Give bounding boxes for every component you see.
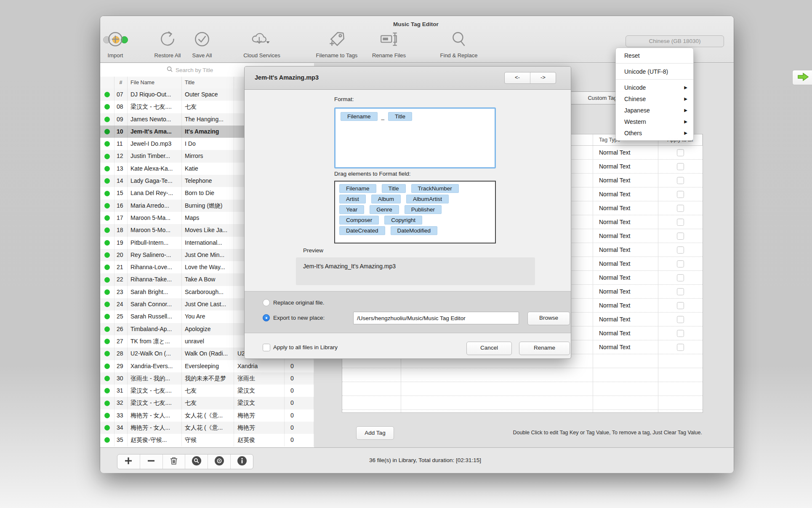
- status-dot-icon: [104, 339, 110, 344]
- column-status: [100, 77, 114, 88]
- delete-button[interactable]: [162, 455, 185, 469]
- search-icon: [167, 66, 173, 74]
- toolbar-restore-all-button[interactable]: Restore All: [146, 29, 189, 59]
- library-status-text: 36 file(s) in Library, Total duration: […: [278, 457, 572, 463]
- tag-row-empty[interactable]: [342, 410, 703, 413]
- drag-chip-tracknumber[interactable]: TrackNumber: [411, 184, 459, 193]
- status-dot-icon: [104, 252, 110, 258]
- menu-item-western[interactable]: Western▶: [616, 116, 693, 127]
- menu-item-others[interactable]: Others▶: [616, 127, 693, 139]
- apply-to-all-checkbox[interactable]: [677, 288, 684, 295]
- drag-chip-composer[interactable]: Composer: [339, 216, 379, 225]
- rename-button[interactable]: Rename: [519, 342, 570, 355]
- toolbar-find-replace-button[interactable]: Find & Replace: [438, 29, 480, 59]
- apply-to-all-checkbox[interactable]: [677, 316, 684, 323]
- format-chip-title[interactable]: Title: [388, 112, 412, 121]
- drag-chip-filename[interactable]: Filename: [339, 184, 376, 193]
- apply-encoding-button[interactable]: [792, 70, 812, 85]
- toolbar-import-button[interactable]: Import: [92, 29, 139, 59]
- submenu-arrow-icon: ▶: [684, 108, 687, 112]
- drag-chip-genre[interactable]: Genre: [370, 205, 399, 214]
- status-dot-icon: [104, 401, 110, 406]
- apply-to-all-checkbox[interactable]: [677, 163, 684, 170]
- apply-to-all-checkbox[interactable]: [677, 344, 684, 351]
- export-path-input[interactable]: [353, 312, 519, 324]
- menu-item-unicode-utf-8-[interactable]: Unicode (UTF-8): [616, 66, 693, 77]
- file-row-30[interactable]: 30张雨生 - 我的...我的未来不是梦张雨生0: [100, 372, 314, 385]
- file-row-35[interactable]: 35赵英俊-守候...守候赵英俊0: [100, 434, 314, 446]
- tag-row-empty[interactable]: [342, 368, 703, 382]
- menu-item-chinese[interactable]: Chinese▶: [616, 93, 693, 104]
- drag-chip-year[interactable]: Year: [339, 205, 364, 214]
- drag-chip-artist[interactable]: Artist: [339, 195, 366, 203]
- file-row-32[interactable]: 32梁汉文 - 七友....七友梁汉文0: [100, 397, 314, 409]
- status-dot-icon: [104, 376, 110, 381]
- tag-row-empty[interactable]: [342, 382, 703, 396]
- add-tag-button[interactable]: Add Tag: [356, 426, 394, 440]
- export-new-place-label: Export to new place:: [273, 315, 325, 321]
- menu-item-japanese[interactable]: Japanese▶: [616, 104, 693, 116]
- apply-all-files-checkbox[interactable]: [263, 344, 270, 351]
- drag-chip-album[interactable]: Album: [371, 195, 401, 203]
- drag-chip-datecreated[interactable]: DateCreated: [339, 226, 385, 235]
- toolbar-rename-files-button[interactable]: Rename Files: [368, 29, 410, 59]
- next-file-button[interactable]: ->: [530, 72, 556, 83]
- file-row-31[interactable]: 31梁汉文 - 七友....七友梁汉文0: [100, 385, 314, 397]
- status-dot-icon: [104, 117, 110, 122]
- format-chip-filename[interactable]: Filename: [341, 112, 378, 121]
- toolbar-filename-to-tags-button[interactable]: Filename to Tags: [311, 29, 363, 59]
- apply-to-all-checkbox[interactable]: [677, 205, 684, 212]
- drag-chip-datemodified[interactable]: DateModified: [391, 226, 438, 235]
- apply-to-all-checkbox[interactable]: [677, 246, 684, 254]
- apply-to-all-checkbox[interactable]: [677, 330, 684, 337]
- rename-icon: [368, 29, 410, 51]
- apply-to-all-checkbox[interactable]: [677, 191, 684, 198]
- previous-file-button[interactable]: <-: [505, 72, 530, 83]
- preview-button[interactable]: [208, 455, 230, 469]
- column-title[interactable]: Title: [182, 77, 234, 88]
- file-row-33[interactable]: 33梅艳芳 - 女人...女人花 (《意...梅艳芳0: [100, 409, 314, 422]
- status-dot-icon: [104, 240, 110, 246]
- drag-chip-title[interactable]: Title: [382, 184, 406, 193]
- drag-chip-copyright[interactable]: Copyright: [384, 216, 422, 225]
- encoding-menu: ResetUnicode (UTF-8)Unicode▶Chinese▶Japa…: [615, 48, 694, 141]
- info-button[interactable]: [230, 455, 253, 469]
- cancel-button[interactable]: Cancel: [466, 342, 512, 355]
- apply-to-all-checkbox[interactable]: [677, 177, 684, 184]
- destination-section: Replace original file. Export to new pla…: [245, 291, 571, 333]
- apply-to-all-checkbox[interactable]: [677, 302, 684, 309]
- encoding-field[interactable]: Chinese (GB 18030): [626, 35, 724, 47]
- import-icon: [92, 29, 139, 51]
- apply-to-all-checkbox[interactable]: [677, 274, 684, 281]
- file-row-29[interactable]: 29Xandria-Evers...EversleepingXandria0: [100, 360, 314, 372]
- export-new-place-radio[interactable]: [263, 314, 270, 321]
- toolbar-cloud-services-button[interactable]: Cloud Services: [237, 29, 287, 59]
- remove-file-button[interactable]: [140, 455, 162, 469]
- status-dot-icon: [104, 265, 110, 270]
- apply-to-all-checkbox[interactable]: [677, 260, 684, 267]
- apply-to-all-checkbox[interactable]: [677, 233, 684, 240]
- apply-to-all-checkbox[interactable]: [677, 149, 684, 156]
- drag-chip-publisher[interactable]: Publisher: [405, 205, 442, 214]
- status-dot-icon: [104, 326, 110, 332]
- search-input[interactable]: Search by Title: [167, 66, 213, 74]
- replace-original-radio[interactable]: [263, 299, 270, 306]
- dialog-header: Jem-It's Amazing.mp3 <- ->: [245, 67, 571, 90]
- apply-to-all-checkbox[interactable]: [677, 219, 684, 226]
- add-file-button[interactable]: [117, 455, 140, 469]
- column-number[interactable]: #: [114, 77, 128, 88]
- file-row-34[interactable]: 34梅艳芳 - 女人...女人花 (《意...梅艳芳0: [100, 422, 314, 434]
- status-dot-icon: [104, 215, 110, 221]
- status-dot-icon: [104, 92, 110, 97]
- menu-item-reset[interactable]: Reset: [616, 50, 693, 61]
- drag-chip-albumartist[interactable]: AlbumArtist: [406, 195, 449, 203]
- search-library-button[interactable]: [185, 455, 208, 469]
- tag-row-empty[interactable]: [342, 396, 703, 410]
- format-field[interactable]: Filename_Title: [334, 107, 496, 168]
- column-file-name[interactable]: File Name: [128, 77, 182, 88]
- browse-button[interactable]: Browse: [527, 312, 570, 325]
- status-bar: 36 file(s) in Library, Total duration: […: [100, 447, 734, 473]
- toolbar-save-all-button[interactable]: Save All: [185, 29, 219, 59]
- submenu-arrow-icon: ▶: [684, 85, 687, 90]
- menu-item-unicode[interactable]: Unicode▶: [616, 82, 693, 93]
